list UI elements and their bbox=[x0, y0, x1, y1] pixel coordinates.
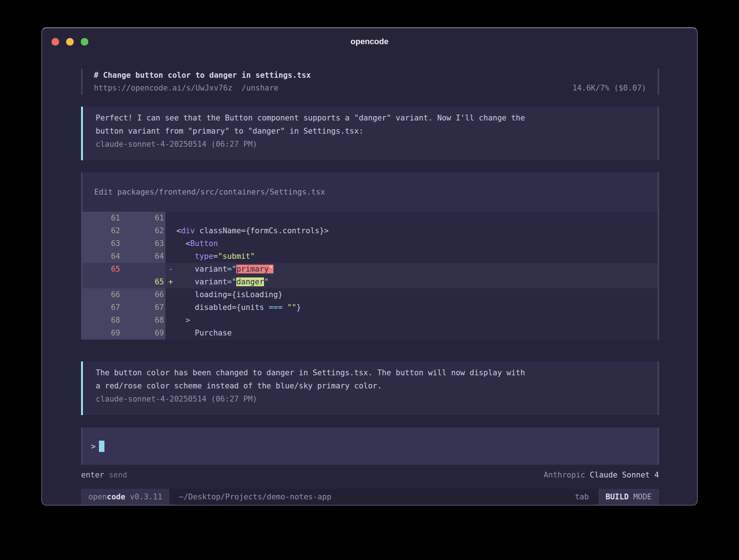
old-line-number: 62 bbox=[83, 225, 123, 237]
new-line-number bbox=[123, 263, 165, 276]
diff-line-numbers: 6969 bbox=[83, 327, 165, 340]
share-url[interactable]: https://opencode.ai/s/UwJxv76z bbox=[94, 84, 232, 92]
message-text-line: button variant from "primary" to "danger… bbox=[96, 124, 658, 138]
diff-line-numbers: 65 bbox=[83, 263, 165, 276]
old-line-number: 66 bbox=[83, 288, 123, 301]
diff-code-line bbox=[176, 212, 658, 225]
diff-change-marker bbox=[165, 288, 176, 301]
tool-action: Edit bbox=[94, 188, 113, 196]
diff-row: 6464 type="submit" bbox=[83, 250, 658, 263]
mode-name-bold: BUILD bbox=[606, 492, 629, 501]
diff-row: 65- variant="primary" bbox=[83, 263, 658, 276]
diff-change-marker bbox=[165, 225, 176, 237]
status-bar: opencode v0.3.11 ~/Desktop/Projects/demo… bbox=[81, 489, 659, 505]
app-name-bold: code bbox=[107, 492, 126, 501]
new-line-number: 68 bbox=[123, 314, 165, 327]
assistant-message: Perfect! I can see that the Button compo… bbox=[81, 107, 659, 160]
message-model-meta: claude-sonnet-4-20250514 (06:27 PM) bbox=[96, 392, 658, 406]
diff-change-marker: + bbox=[165, 276, 176, 288]
diff-view: 61616262<div className={formCs.controls}… bbox=[83, 212, 658, 340]
diff-code-line: loading={isLoading} bbox=[176, 288, 658, 301]
diff-line-numbers: 65 bbox=[83, 276, 165, 288]
new-line-number: 66 bbox=[123, 288, 165, 301]
app-version-segment: opencode v0.3.11 bbox=[81, 489, 169, 505]
diff-row: 6767 disabled={units === ""} bbox=[83, 301, 658, 314]
new-line-number: 67 bbox=[123, 301, 165, 314]
context-usage: 14.6K/7% ($0.07) bbox=[573, 82, 646, 95]
diff-line-numbers: 6666 bbox=[83, 288, 165, 301]
provider-name: Anthropic bbox=[544, 471, 585, 479]
edit-tool-call: Edit packages/frontend/src/containers/Se… bbox=[81, 172, 659, 340]
opencode-terminal-window: opencode # Change button color to danger… bbox=[41, 27, 698, 506]
message-text-line: a red/rose color scheme instead of the b… bbox=[96, 379, 658, 392]
traffic-lights bbox=[51, 28, 88, 55]
old-line-number: 65 bbox=[83, 263, 123, 276]
new-line-number: 64 bbox=[123, 250, 165, 263]
unshare-command: /unshare bbox=[242, 84, 279, 92]
old-line-number bbox=[83, 276, 123, 288]
edit-tool-header: Edit packages/frontend/src/containers/Se… bbox=[83, 172, 658, 212]
mode-segment: BUILD MODE bbox=[598, 489, 659, 505]
prompt-symbol: > bbox=[91, 442, 96, 451]
diff-code-line: <div className={formCs.controls}> bbox=[176, 225, 658, 237]
diff-row: 6868 > bbox=[83, 314, 658, 327]
app-version: v0.3.11 bbox=[125, 492, 162, 501]
diff-code-line: disabled={units === ""} bbox=[176, 301, 658, 314]
new-line-number: 62 bbox=[123, 225, 165, 237]
diff-code-line: variant="primary" bbox=[176, 263, 658, 276]
diff-line-numbers: 6262 bbox=[83, 225, 165, 237]
diff-code-line: variant="danger" bbox=[176, 276, 658, 288]
diff-change-marker bbox=[165, 314, 176, 327]
message-text-line: The button color has been changed to dan… bbox=[96, 366, 658, 379]
model-indicator: Anthropic Claude Sonnet 4 bbox=[544, 469, 659, 481]
text-cursor bbox=[99, 441, 104, 452]
diff-code-line: Purchase bbox=[176, 327, 658, 340]
diff-code-line: > bbox=[176, 314, 658, 327]
session-header: # Change button color to danger in setti… bbox=[81, 69, 659, 95]
diff-line-numbers: 6767 bbox=[83, 301, 165, 314]
diff-row: 6363 <Button bbox=[83, 237, 658, 250]
send-action-label: send bbox=[109, 471, 127, 479]
tool-file-path: packages/frontend/src/containers/Setting… bbox=[117, 188, 325, 196]
prompt-input[interactable]: > bbox=[81, 427, 659, 465]
enter-key-hint: enter bbox=[81, 471, 104, 479]
diff-row: 6666 loading={isLoading} bbox=[83, 288, 658, 301]
session-content: # Change button color to danger in setti… bbox=[42, 55, 697, 505]
mode-name-normal: MODE bbox=[629, 492, 652, 501]
diff-code-line: <Button bbox=[176, 237, 658, 250]
new-line-number: 69 bbox=[123, 327, 165, 340]
diff-change-marker bbox=[165, 301, 176, 314]
old-line-number: 61 bbox=[83, 212, 123, 225]
diff-line-numbers: 6161 bbox=[83, 212, 165, 225]
message-model-meta: claude-sonnet-4-20250514 (06:27 PM) bbox=[96, 138, 658, 151]
diff-change-marker bbox=[165, 237, 176, 250]
diff-change-marker: - bbox=[165, 263, 176, 276]
diff-line-numbers: 6363 bbox=[83, 237, 165, 250]
diff-line-numbers: 6868 bbox=[83, 314, 165, 327]
diff-row: 6262<div className={formCs.controls}> bbox=[83, 225, 658, 237]
diff-change-marker bbox=[165, 250, 176, 263]
old-line-number: 63 bbox=[83, 237, 123, 250]
share-url-line: https://opencode.ai/s/UwJxv76z /unshare bbox=[94, 82, 279, 95]
diff-change-marker bbox=[165, 327, 176, 340]
old-line-number: 69 bbox=[83, 327, 123, 340]
old-line-number: 68 bbox=[83, 314, 123, 327]
zoom-button[interactable] bbox=[81, 38, 88, 46]
new-line-number: 65 bbox=[123, 276, 165, 288]
old-line-number: 64 bbox=[83, 250, 123, 263]
diff-line-numbers: 6464 bbox=[83, 250, 165, 263]
model-name: Claude Sonnet 4 bbox=[590, 471, 659, 479]
diff-row: 6161 bbox=[83, 212, 658, 225]
minimize-button[interactable] bbox=[66, 38, 74, 46]
app-name-normal: open bbox=[88, 492, 107, 501]
diff-row: 65+ variant="danger" bbox=[83, 276, 658, 288]
new-line-number: 63 bbox=[123, 237, 165, 250]
close-button[interactable] bbox=[51, 38, 59, 46]
window-title: opencode bbox=[351, 37, 388, 46]
footer-hints: enter send Anthropic Claude Sonnet 4 bbox=[81, 469, 659, 481]
diff-code-line: type="submit" bbox=[176, 250, 658, 263]
diff-change-marker bbox=[165, 212, 176, 225]
working-directory: ~/Desktop/Projects/demo-notes-app bbox=[179, 489, 331, 505]
session-title: # Change button color to danger in setti… bbox=[94, 69, 646, 82]
title-bar: opencode bbox=[42, 28, 697, 55]
